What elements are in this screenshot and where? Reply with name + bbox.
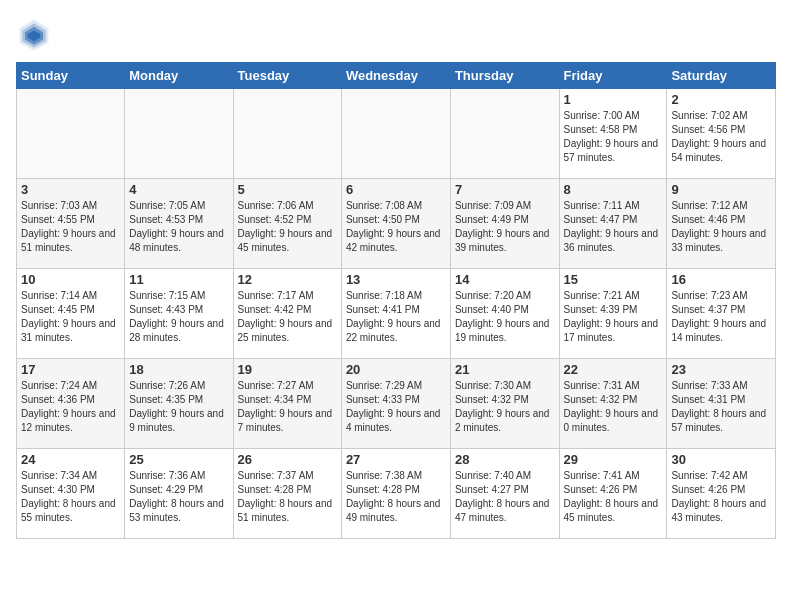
logo — [16, 16, 56, 52]
header-thursday: Thursday — [450, 63, 559, 89]
day-info: Sunrise: 7:08 AM Sunset: 4:50 PM Dayligh… — [346, 199, 446, 255]
day-cell — [17, 89, 125, 179]
day-info: Sunrise: 7:03 AM Sunset: 4:55 PM Dayligh… — [21, 199, 120, 255]
day-info: Sunrise: 7:00 AM Sunset: 4:58 PM Dayligh… — [564, 109, 663, 165]
day-info: Sunrise: 7:11 AM Sunset: 4:47 PM Dayligh… — [564, 199, 663, 255]
day-info: Sunrise: 7:26 AM Sunset: 4:35 PM Dayligh… — [129, 379, 228, 435]
header-friday: Friday — [559, 63, 667, 89]
day-number: 6 — [346, 182, 446, 197]
day-number: 15 — [564, 272, 663, 287]
day-number: 19 — [238, 362, 337, 377]
day-cell: 24Sunrise: 7:34 AM Sunset: 4:30 PM Dayli… — [17, 449, 125, 539]
day-info: Sunrise: 7:17 AM Sunset: 4:42 PM Dayligh… — [238, 289, 337, 345]
day-cell: 19Sunrise: 7:27 AM Sunset: 4:34 PM Dayli… — [233, 359, 341, 449]
day-cell: 6Sunrise: 7:08 AM Sunset: 4:50 PM Daylig… — [341, 179, 450, 269]
day-number: 28 — [455, 452, 555, 467]
day-number: 10 — [21, 272, 120, 287]
day-cell: 2Sunrise: 7:02 AM Sunset: 4:56 PM Daylig… — [667, 89, 776, 179]
day-number: 13 — [346, 272, 446, 287]
day-info: Sunrise: 7:23 AM Sunset: 4:37 PM Dayligh… — [671, 289, 771, 345]
day-info: Sunrise: 7:42 AM Sunset: 4:26 PM Dayligh… — [671, 469, 771, 525]
day-cell: 20Sunrise: 7:29 AM Sunset: 4:33 PM Dayli… — [341, 359, 450, 449]
day-number: 18 — [129, 362, 228, 377]
calendar-header-row: Sunday Monday Tuesday Wednesday Thursday… — [17, 63, 776, 89]
day-info: Sunrise: 7:36 AM Sunset: 4:29 PM Dayligh… — [129, 469, 228, 525]
day-cell — [341, 89, 450, 179]
day-info: Sunrise: 7:33 AM Sunset: 4:31 PM Dayligh… — [671, 379, 771, 435]
day-number: 1 — [564, 92, 663, 107]
day-cell: 26Sunrise: 7:37 AM Sunset: 4:28 PM Dayli… — [233, 449, 341, 539]
day-info: Sunrise: 7:14 AM Sunset: 4:45 PM Dayligh… — [21, 289, 120, 345]
day-info: Sunrise: 7:20 AM Sunset: 4:40 PM Dayligh… — [455, 289, 555, 345]
header-row — [16, 16, 776, 52]
day-number: 2 — [671, 92, 771, 107]
day-cell: 15Sunrise: 7:21 AM Sunset: 4:39 PM Dayli… — [559, 269, 667, 359]
day-number: 30 — [671, 452, 771, 467]
day-cell: 22Sunrise: 7:31 AM Sunset: 4:32 PM Dayli… — [559, 359, 667, 449]
day-cell: 14Sunrise: 7:20 AM Sunset: 4:40 PM Dayli… — [450, 269, 559, 359]
day-info: Sunrise: 7:30 AM Sunset: 4:32 PM Dayligh… — [455, 379, 555, 435]
week-row-3: 10Sunrise: 7:14 AM Sunset: 4:45 PM Dayli… — [17, 269, 776, 359]
day-cell: 12Sunrise: 7:17 AM Sunset: 4:42 PM Dayli… — [233, 269, 341, 359]
day-info: Sunrise: 7:06 AM Sunset: 4:52 PM Dayligh… — [238, 199, 337, 255]
day-number: 17 — [21, 362, 120, 377]
day-cell: 30Sunrise: 7:42 AM Sunset: 4:26 PM Dayli… — [667, 449, 776, 539]
day-cell: 16Sunrise: 7:23 AM Sunset: 4:37 PM Dayli… — [667, 269, 776, 359]
day-info: Sunrise: 7:24 AM Sunset: 4:36 PM Dayligh… — [21, 379, 120, 435]
week-row-2: 3Sunrise: 7:03 AM Sunset: 4:55 PM Daylig… — [17, 179, 776, 269]
day-number: 7 — [455, 182, 555, 197]
logo-icon — [16, 16, 52, 52]
header-saturday: Saturday — [667, 63, 776, 89]
day-info: Sunrise: 7:31 AM Sunset: 4:32 PM Dayligh… — [564, 379, 663, 435]
day-info: Sunrise: 7:38 AM Sunset: 4:28 PM Dayligh… — [346, 469, 446, 525]
day-cell: 5Sunrise: 7:06 AM Sunset: 4:52 PM Daylig… — [233, 179, 341, 269]
day-cell: 8Sunrise: 7:11 AM Sunset: 4:47 PM Daylig… — [559, 179, 667, 269]
day-info: Sunrise: 7:40 AM Sunset: 4:27 PM Dayligh… — [455, 469, 555, 525]
day-number: 22 — [564, 362, 663, 377]
day-number: 12 — [238, 272, 337, 287]
header-tuesday: Tuesday — [233, 63, 341, 89]
day-cell — [125, 89, 233, 179]
day-number: 25 — [129, 452, 228, 467]
calendar-body: 1Sunrise: 7:00 AM Sunset: 4:58 PM Daylig… — [17, 89, 776, 539]
day-cell: 7Sunrise: 7:09 AM Sunset: 4:49 PM Daylig… — [450, 179, 559, 269]
day-number: 4 — [129, 182, 228, 197]
day-number: 20 — [346, 362, 446, 377]
day-cell: 13Sunrise: 7:18 AM Sunset: 4:41 PM Dayli… — [341, 269, 450, 359]
day-number: 21 — [455, 362, 555, 377]
day-number: 27 — [346, 452, 446, 467]
day-number: 3 — [21, 182, 120, 197]
day-cell: 29Sunrise: 7:41 AM Sunset: 4:26 PM Dayli… — [559, 449, 667, 539]
day-info: Sunrise: 7:15 AM Sunset: 4:43 PM Dayligh… — [129, 289, 228, 345]
day-number: 26 — [238, 452, 337, 467]
week-row-5: 24Sunrise: 7:34 AM Sunset: 4:30 PM Dayli… — [17, 449, 776, 539]
page-container: Sunday Monday Tuesday Wednesday Thursday… — [0, 0, 792, 549]
day-info: Sunrise: 7:05 AM Sunset: 4:53 PM Dayligh… — [129, 199, 228, 255]
day-info: Sunrise: 7:12 AM Sunset: 4:46 PM Dayligh… — [671, 199, 771, 255]
day-info: Sunrise: 7:27 AM Sunset: 4:34 PM Dayligh… — [238, 379, 337, 435]
day-cell: 17Sunrise: 7:24 AM Sunset: 4:36 PM Dayli… — [17, 359, 125, 449]
day-info: Sunrise: 7:37 AM Sunset: 4:28 PM Dayligh… — [238, 469, 337, 525]
day-cell: 3Sunrise: 7:03 AM Sunset: 4:55 PM Daylig… — [17, 179, 125, 269]
day-info: Sunrise: 7:34 AM Sunset: 4:30 PM Dayligh… — [21, 469, 120, 525]
day-number: 9 — [671, 182, 771, 197]
day-cell: 27Sunrise: 7:38 AM Sunset: 4:28 PM Dayli… — [341, 449, 450, 539]
day-cell — [450, 89, 559, 179]
day-number: 16 — [671, 272, 771, 287]
day-info: Sunrise: 7:41 AM Sunset: 4:26 PM Dayligh… — [564, 469, 663, 525]
day-cell: 11Sunrise: 7:15 AM Sunset: 4:43 PM Dayli… — [125, 269, 233, 359]
header-monday: Monday — [125, 63, 233, 89]
header-sunday: Sunday — [17, 63, 125, 89]
week-row-4: 17Sunrise: 7:24 AM Sunset: 4:36 PM Dayli… — [17, 359, 776, 449]
day-cell: 21Sunrise: 7:30 AM Sunset: 4:32 PM Dayli… — [450, 359, 559, 449]
day-number: 11 — [129, 272, 228, 287]
calendar: Sunday Monday Tuesday Wednesday Thursday… — [16, 62, 776, 539]
day-cell: 18Sunrise: 7:26 AM Sunset: 4:35 PM Dayli… — [125, 359, 233, 449]
header-wednesday: Wednesday — [341, 63, 450, 89]
day-cell: 28Sunrise: 7:40 AM Sunset: 4:27 PM Dayli… — [450, 449, 559, 539]
day-number: 14 — [455, 272, 555, 287]
week-row-1: 1Sunrise: 7:00 AM Sunset: 4:58 PM Daylig… — [17, 89, 776, 179]
day-info: Sunrise: 7:02 AM Sunset: 4:56 PM Dayligh… — [671, 109, 771, 165]
day-cell: 9Sunrise: 7:12 AM Sunset: 4:46 PM Daylig… — [667, 179, 776, 269]
day-number: 8 — [564, 182, 663, 197]
